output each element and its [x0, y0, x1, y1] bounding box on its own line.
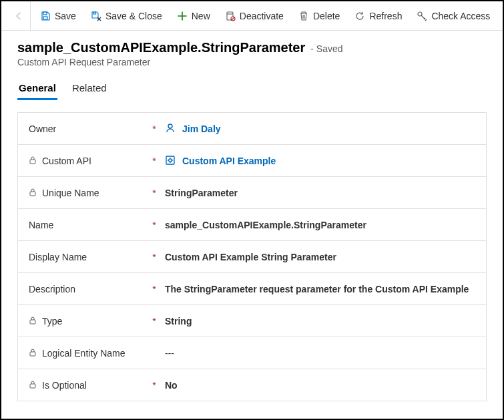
trash-icon — [298, 11, 309, 21]
deactivate-button[interactable]: Deactivate — [220, 8, 289, 24]
field-name[interactable]: Name * sample_CustomAPIExample.StringPar… — [18, 209, 486, 241]
deactivate-icon — [225, 11, 236, 21]
field-is-optional[interactable]: Is Optional * No — [18, 369, 486, 401]
label-logical-entity-name: Logical Entity Name — [42, 348, 125, 359]
record-status: - Saved — [310, 43, 342, 54]
form-header: sample_CustomAPIExample.StringParameter … — [1, 31, 503, 100]
field-type[interactable]: Type * String — [18, 305, 486, 337]
check-access-button[interactable]: Check Access — [411, 8, 495, 24]
required-marker: * — [149, 284, 160, 294]
new-label: New — [192, 11, 210, 21]
key-icon — [417, 11, 427, 21]
required-marker: * — [149, 316, 160, 327]
check-access-label: Check Access — [431, 11, 490, 21]
tab-related[interactable]: Related — [71, 78, 108, 100]
required-marker: * — [149, 124, 160, 134]
delete-button[interactable]: Delete — [293, 8, 345, 24]
lock-icon — [29, 317, 38, 326]
field-display-name[interactable]: Display Name * Custom API Example String… — [18, 241, 486, 273]
tab-list: General Related — [17, 78, 487, 100]
lock-icon — [29, 349, 38, 358]
required-marker: * — [149, 252, 160, 262]
required-marker: * — [149, 220, 160, 230]
refresh-icon — [354, 11, 365, 21]
svg-rect-12 — [30, 352, 35, 356]
svg-rect-10 — [30, 192, 35, 196]
label-display-name: Display Name — [29, 252, 87, 262]
custom-api-icon — [165, 155, 177, 167]
back-button-container — [7, 1, 31, 30]
record-title: sample_CustomAPIExample.StringParameter — [17, 40, 305, 55]
required-marker: * — [149, 156, 160, 166]
new-button[interactable]: New — [172, 8, 216, 24]
svg-rect-8 — [166, 156, 174, 164]
svg-rect-0 — [43, 12, 47, 15]
value-unique-name: StringParameter — [160, 188, 475, 198]
label-description: Description — [29, 284, 75, 294]
field-description[interactable]: Description * The StringParameter reques… — [18, 273, 486, 305]
svg-rect-7 — [30, 160, 35, 164]
label-name: Name — [29, 220, 53, 230]
svg-point-9 — [169, 158, 172, 161]
command-bar: Save Save & Close New Deactivate Delete … — [1, 1, 503, 31]
lock-icon — [29, 188, 38, 198]
value-custom-api: Custom API Example — [182, 156, 276, 166]
value-is-optional: No — [160, 380, 475, 391]
tab-general[interactable]: General — [17, 78, 57, 100]
value-name: sample_CustomAPIExample.StringParameter — [160, 220, 475, 230]
svg-rect-11 — [30, 320, 35, 324]
person-icon — [165, 123, 177, 135]
form-body: Owner * Jim Daly Custom API * — [17, 112, 487, 401]
value-logical-entity-name: --- — [160, 348, 475, 359]
required-marker: * — [149, 380, 160, 391]
refresh-button[interactable]: Refresh — [349, 8, 407, 24]
save-icon — [40, 11, 51, 21]
label-type: Type — [42, 316, 62, 327]
back-arrow-icon[interactable] — [13, 11, 24, 21]
save-label: Save — [55, 11, 76, 21]
required-marker: * — [149, 188, 160, 198]
field-logical-entity-name[interactable]: Logical Entity Name --- — [18, 337, 486, 369]
save-button[interactable]: Save — [35, 8, 81, 24]
svg-rect-13 — [30, 384, 35, 388]
label-unique-name: Unique Name — [42, 188, 99, 198]
label-is-optional: Is Optional — [42, 380, 87, 391]
field-unique-name[interactable]: Unique Name * StringParameter — [18, 177, 486, 209]
label-custom-api: Custom API — [42, 156, 91, 166]
delete-label: Delete — [313, 11, 340, 21]
svg-rect-2 — [93, 12, 95, 14]
value-description: The StringParameter request parameter fo… — [160, 284, 475, 294]
lock-icon — [29, 156, 38, 166]
field-custom-api[interactable]: Custom API * Custom API Example — [18, 145, 486, 177]
lock-icon — [29, 381, 38, 390]
refresh-label: Refresh — [369, 11, 402, 21]
field-owner[interactable]: Owner * Jim Daly — [18, 113, 486, 145]
save-close-button[interactable]: Save & Close — [85, 8, 168, 24]
value-type: String — [160, 316, 475, 327]
save-close-icon — [91, 11, 101, 21]
plus-icon — [177, 11, 188, 21]
value-display-name: Custom API Example String Parameter — [160, 252, 475, 262]
value-owner: Jim Daly — [182, 124, 221, 134]
svg-rect-1 — [43, 17, 47, 19]
entity-name: Custom API Request Parameter — [17, 57, 487, 67]
save-close-label: Save & Close — [105, 11, 162, 21]
svg-point-6 — [168, 124, 172, 128]
label-owner: Owner — [29, 124, 56, 134]
deactivate-label: Deactivate — [240, 11, 284, 21]
